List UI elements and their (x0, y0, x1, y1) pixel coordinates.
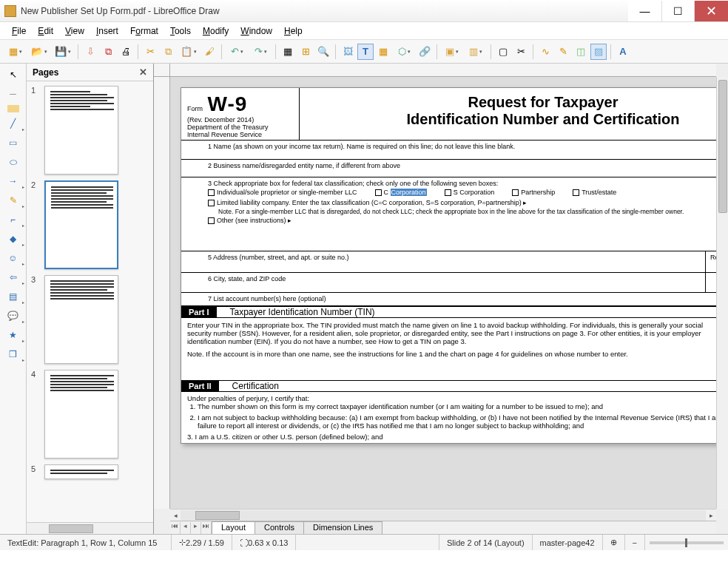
curve-button[interactable]: ∿ (537, 44, 553, 60)
tab-next[interactable]: ▸ (191, 522, 201, 534)
3d-tool[interactable]: ❒ (5, 346, 21, 362)
copy-button[interactable]: ⧉ (160, 44, 176, 60)
pages-hscroll[interactable] (27, 522, 153, 534)
menu-help[interactable]: Help (280, 24, 307, 38)
menu-view[interactable]: View (61, 24, 89, 38)
statusbar: TextEdit: Paragraph 1, Row 1, Column 15 … (0, 534, 728, 550)
page-thumb-3[interactable]: 3 (31, 275, 149, 364)
pages-title: Pages (33, 67, 58, 78)
chk-partnership[interactable]: Partnership (512, 189, 555, 196)
hyperlink-button[interactable]: 🔗 (417, 44, 433, 60)
edit-points-button[interactable]: ✎ (555, 44, 571, 60)
export-button[interactable]: ⇩ (82, 44, 98, 60)
open-button[interactable]: 📂 (28, 44, 50, 60)
flowchart-tool[interactable]: ▤ (5, 288, 21, 305)
part1-label: Part I (181, 307, 217, 317)
menu-insert[interactable]: Insert (92, 24, 123, 38)
extrusion-button[interactable]: ▨ (590, 44, 607, 60)
star-tool[interactable]: ★ (5, 327, 21, 343)
curve-tool[interactable]: ✎ (5, 192, 21, 209)
status-master[interactable]: master-page42 (533, 535, 603, 550)
basic-shapes-tool[interactable]: ◆ (5, 231, 21, 247)
textbox-button[interactable]: T (357, 44, 374, 60)
pages-panel: Pages ✕ 1 2 3 4 5 (27, 64, 154, 534)
gluepoints-button[interactable]: ◫ (573, 44, 589, 60)
redo-button[interactable]: ↷ (249, 44, 272, 60)
zoom-out[interactable]: − (625, 535, 645, 550)
menu-edit[interactable]: Edit (33, 24, 58, 38)
tab-first[interactable]: ⏮ (170, 522, 181, 534)
undo-button[interactable]: ↶ (226, 44, 248, 60)
fill-tool[interactable] (7, 105, 19, 112)
new-button[interactable]: ▦ (4, 44, 27, 60)
arrange-button[interactable]: ▥ (465, 44, 487, 60)
fit-page-button[interactable]: ⊕ (603, 535, 625, 550)
chk-trust[interactable]: Trust/estate (573, 189, 616, 196)
format-paint-button[interactable]: 🖌 (201, 44, 218, 60)
rect-tool[interactable]: ▭ (5, 135, 21, 151)
page-thumb-2[interactable]: 2 (31, 180, 149, 269)
helplines-button[interactable]: ⊞ (297, 44, 314, 60)
tab-prev[interactable]: ◂ (181, 522, 191, 534)
chk-scorp[interactable]: S Corporation (445, 189, 495, 196)
pdf-button[interactable]: ⧉ (100, 44, 116, 60)
symbol-tool[interactable]: ☺ (5, 250, 21, 266)
chk-individual[interactable]: Individual/sole proprietor or single-mem… (208, 189, 357, 196)
table-button[interactable]: ▦ (375, 44, 391, 60)
menu-tools[interactable]: Tools (166, 24, 195, 38)
paste-button[interactable]: 📋 (178, 44, 200, 60)
minimize-button[interactable]: — (628, 1, 661, 21)
menu-window[interactable]: Window (236, 24, 277, 38)
save-button[interactable]: 💾 (52, 44, 74, 60)
print-button[interactable]: 🖨 (118, 44, 134, 60)
callout-tool[interactable]: 💬 (5, 308, 21, 324)
document-viewport[interactable]: Print or type See Specific Instructions … (170, 77, 716, 509)
menu-modify[interactable]: Modify (198, 24, 233, 38)
pages-list[interactable]: 1 2 3 4 5 (27, 81, 153, 522)
arrow-tool[interactable]: → (5, 173, 21, 189)
document-page[interactable]: Print or type See Specific Instructions … (181, 87, 716, 444)
tab-dimension[interactable]: Dimension Lines (303, 521, 382, 534)
ruler-horizontal[interactable] (170, 64, 716, 77)
page-thumb-4[interactable]: 4 (31, 370, 149, 459)
form-prefix: Form (187, 105, 203, 112)
chk-ccorp[interactable]: C Corporation (375, 189, 427, 196)
pages-close-icon[interactable]: ✕ (139, 67, 147, 78)
status-slide: Slide 2 of 14 (Layout) (439, 535, 533, 550)
shadow-button[interactable]: ▢ (495, 44, 511, 60)
ruler-vertical[interactable] (154, 77, 170, 509)
hscrollbar[interactable]: ◂ ▸ (170, 509, 716, 521)
close-button[interactable]: ✕ (695, 1, 728, 21)
window-title: New Publisher Set Up Form.pdf - LibreOff… (21, 6, 628, 16)
menu-format[interactable]: Format (126, 24, 163, 38)
block-arrow-tool[interactable]: ⇦ (5, 269, 21, 285)
maximize-button[interactable]: ☐ (661, 1, 695, 21)
cut-button[interactable]: ✂ (142, 44, 158, 60)
menubar: File Edit View Insert Format Tools Modif… (0, 22, 728, 40)
tab-layout[interactable]: Layout (212, 521, 255, 534)
tab-controls[interactable]: Controls (255, 521, 304, 534)
tab-last[interactable]: ⏭ (201, 522, 212, 534)
chk-other[interactable] (208, 217, 215, 224)
page-thumb-5[interactable]: 5 (31, 464, 149, 479)
ruler-corner (154, 64, 170, 77)
connector-tool[interactable]: ⌐ (5, 212, 21, 228)
ellipse-tool[interactable]: ⬭ (5, 154, 21, 170)
fontwork-button[interactable]: ⬡ (393, 44, 415, 60)
align-button[interactable]: ▣ (441, 44, 463, 60)
vscrollbar[interactable] (716, 77, 728, 509)
image-button[interactable]: 🖼 (340, 44, 356, 60)
zoom-slider[interactable] (650, 541, 724, 544)
status-size: ⛶ 0.63 x 0.13 (232, 535, 296, 550)
grid-button[interactable]: ▦ (280, 44, 296, 60)
fontwork-a-button[interactable]: A (615, 44, 631, 60)
line-color-tool[interactable]: ─ (5, 86, 21, 102)
chk-llc[interactable] (208, 200, 215, 206)
crop-button[interactable]: ✂ (513, 44, 529, 60)
select-tool[interactable]: ↖ (5, 67, 21, 83)
page-thumb-1[interactable]: 1 (31, 86, 149, 175)
menu-file[interactable]: File (7, 24, 30, 38)
zoom-button[interactable]: 🔍 (315, 44, 331, 60)
app-icon (4, 5, 16, 17)
line-tool[interactable]: ╱ (5, 115, 21, 132)
